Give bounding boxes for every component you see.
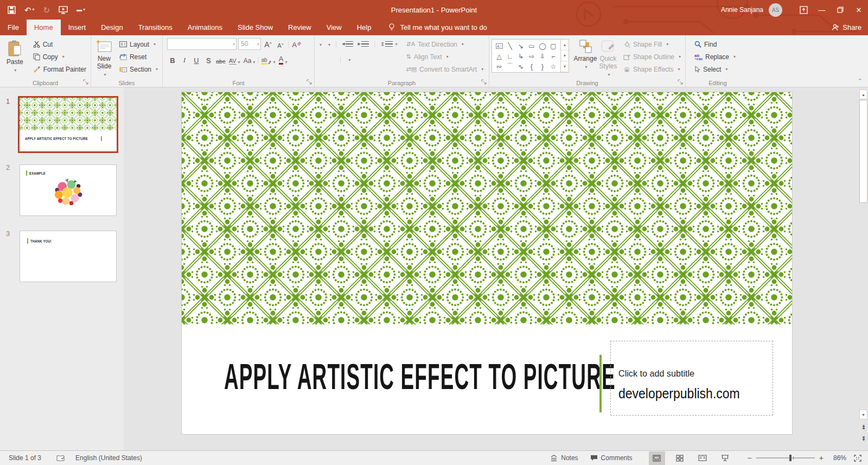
scroll-down-button[interactable]: ▼: [859, 410, 867, 419]
zoom-level[interactable]: 86%: [833, 454, 846, 462]
undo-button[interactable]: ↶▾: [24, 6, 35, 14]
clipboard-dialog-launcher[interactable]: [83, 79, 89, 85]
italic-button[interactable]: I: [179, 54, 190, 66]
reset-button[interactable]: Reset: [117, 50, 160, 63]
shape-star[interactable]: ☆: [548, 61, 559, 72]
tab-insert[interactable]: Insert: [61, 20, 94, 35]
font-color-button[interactable]: A: [278, 54, 289, 66]
columns-button[interactable]: [347, 55, 350, 63]
tell-me-box[interactable]: Tell me what you want to do: [388, 20, 487, 35]
tab-animations[interactable]: Animations: [180, 20, 230, 35]
shape-corner[interactable]: ⌐: [548, 51, 559, 61]
text-direction-button[interactable]: ⇵A Text Direction: [404, 38, 486, 50]
find-button[interactable]: Find: [692, 38, 738, 50]
tab-transitions[interactable]: Transitions: [131, 20, 180, 35]
shape-down-arrow[interactable]: ⇩: [537, 51, 548, 61]
font-size-combobox[interactable]: 50▾: [238, 38, 261, 50]
ribbon-display-options-button[interactable]: [794, 0, 813, 20]
zoom-out-button[interactable]: −: [748, 454, 752, 462]
increase-indent-button[interactable]: ▶: [358, 41, 369, 47]
start-from-beginning-button[interactable]: [59, 6, 68, 14]
shape-rectangle[interactable]: ▭: [526, 41, 537, 51]
new-slide-button[interactable]: New Slide: [93, 38, 115, 78]
shape-effects-button[interactable]: Shape Effects: [621, 63, 683, 75]
font-dialog-launcher[interactable]: [307, 79, 312, 85]
zoom-in-button[interactable]: +: [819, 454, 824, 462]
replace-button[interactable]: abac Replace: [692, 50, 738, 63]
zoom-slider[interactable]: [756, 457, 815, 458]
next-slide-button[interactable]: ▼▼: [860, 437, 867, 441]
shapes-gallery-more[interactable]: ▼: [561, 61, 569, 72]
clear-formatting-button[interactable]: A: [291, 38, 303, 50]
tab-design[interactable]: Design: [93, 20, 130, 35]
shape-arc[interactable]: ⌒: [505, 61, 515, 72]
tab-help[interactable]: Help: [349, 20, 379, 35]
slide-title-text[interactable]: APPLY ARTISTIC EFFECT TO PICTURE: [224, 356, 616, 397]
shrink-font-button[interactable]: A˅: [275, 38, 286, 50]
undo-dropdown-arrow[interactable]: ▾: [33, 8, 35, 12]
reading-view-button[interactable]: [694, 451, 711, 465]
drawing-dialog-launcher[interactable]: [678, 79, 684, 85]
notes-button[interactable]: Notes: [550, 454, 578, 462]
shape-triangle[interactable]: △: [494, 51, 505, 61]
slide-thumbnail-2[interactable]: EXAMPLE: [20, 164, 117, 216]
font-name-combobox[interactable]: ▾: [167, 38, 237, 50]
change-case-button[interactable]: Aa: [242, 54, 257, 66]
spellcheck-button[interactable]: [56, 455, 65, 462]
slide-indicator[interactable]: Slide 1 of 3: [9, 454, 41, 462]
shape-line[interactable]: ╲: [505, 41, 515, 51]
copy-button[interactable]: Copy: [31, 50, 88, 63]
comments-button[interactable]: Comments: [590, 454, 633, 462]
collapse-ribbon-button[interactable]: ⌃: [858, 78, 863, 85]
shape-curve[interactable]: ∿: [515, 61, 526, 72]
convert-smartart-button[interactable]: ⇄▤ Convert to SmartArt: [404, 63, 486, 75]
tab-file[interactable]: File: [0, 20, 27, 35]
minimize-button[interactable]: —: [813, 0, 831, 20]
numbering-button[interactable]: [327, 40, 330, 48]
quick-styles-button[interactable]: Quick Styles: [597, 38, 619, 78]
select-button[interactable]: Select: [692, 63, 738, 75]
normal-view-button[interactable]: [649, 451, 665, 465]
layout-button[interactable]: Layout: [117, 38, 160, 50]
vertical-scrollbar[interactable]: ▲ ▼ ▲▲ ▼▼: [859, 90, 868, 450]
decrease-indent-button[interactable]: ◀: [342, 41, 353, 47]
slide-sorter-view-button[interactable]: [672, 451, 688, 465]
current-slide[interactable]: APPLY ARTISTIC EFFECT TO PICTURE Click t…: [182, 92, 792, 434]
shape-oval[interactable]: ◯: [537, 41, 548, 51]
tab-review[interactable]: Review: [280, 20, 319, 35]
shape-textbox[interactable]: A: [494, 41, 505, 51]
slide-thumbnail-3[interactable]: THANK YOU!: [20, 231, 117, 282]
save-button[interactable]: [8, 6, 16, 14]
character-spacing-button[interactable]: AV: [228, 54, 241, 66]
green-pattern-image[interactable]: [182, 92, 792, 324]
subtitle-text[interactable]: developerpublish.com: [618, 386, 740, 402]
align-text-button[interactable]: ⇅ Align Text: [404, 50, 486, 63]
shapes-scroll-up[interactable]: ▲: [561, 40, 569, 50]
shape-right-arrow[interactable]: ⇨: [526, 51, 537, 61]
shape-rounded-rectangle[interactable]: ▢: [548, 41, 559, 51]
text-shadow-button[interactable]: S: [203, 54, 214, 66]
subtitle-prompt[interactable]: Click to add subtitle: [618, 368, 694, 379]
bold-button[interactable]: B: [167, 54, 178, 66]
close-button[interactable]: ✕: [850, 0, 868, 20]
subtitle-placeholder[interactable]: Click to add subtitle developerpublish.c…: [610, 341, 773, 416]
shape-elbow-arrow-connector[interactable]: ↳: [515, 51, 526, 61]
zoom-slider-handle[interactable]: [789, 455, 792, 461]
tab-slideshow[interactable]: Slide Show: [230, 20, 280, 35]
shape-outline-button[interactable]: Shape Outline: [621, 50, 683, 63]
customize-qat-button[interactable]: ▬▾: [76, 7, 85, 12]
underline-button[interactable]: U: [191, 54, 202, 66]
slideshow-view-button[interactable]: [717, 451, 733, 465]
shapes-scroll-down[interactable]: ▼: [561, 50, 569, 61]
fit-slide-button[interactable]: [854, 455, 861, 462]
strikethrough-button[interactable]: abc: [215, 54, 227, 66]
shape-arrow[interactable]: ↘: [515, 41, 526, 51]
paste-button[interactable]: Paste▾: [2, 38, 28, 78]
bullets-button[interactable]: [318, 40, 322, 48]
share-button[interactable]: Share: [832, 20, 861, 35]
restore-button[interactable]: [831, 0, 850, 20]
redo-button[interactable]: ↻: [43, 6, 50, 14]
shape-fill-button[interactable]: Shape Fill: [621, 38, 683, 50]
tab-view[interactable]: View: [319, 20, 349, 35]
shape-elbow-connector[interactable]: ∟: [505, 51, 515, 61]
